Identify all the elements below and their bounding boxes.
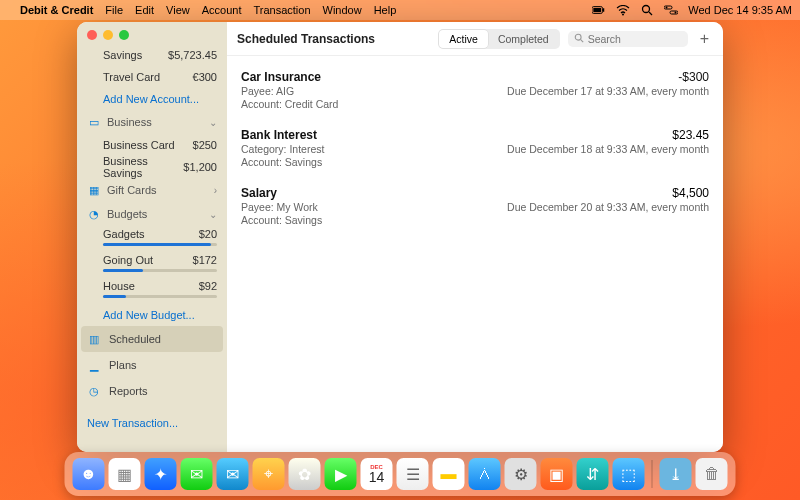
tx-meta-left: Payee: AIG: [241, 85, 294, 97]
budget-fill: [103, 243, 211, 246]
account-label: Business Savings: [103, 155, 183, 179]
budget-bar: [103, 269, 217, 272]
svg-rect-2: [603, 8, 604, 12]
section-budgets[interactable]: ◔ Budgets ⌄: [77, 202, 227, 226]
tx-name: Car Insurance: [241, 70, 321, 84]
budget-icon: ◔: [87, 208, 101, 221]
nav-plans[interactable]: ▁ Plans: [77, 352, 227, 378]
section-label: Gift Cards: [107, 184, 157, 196]
search-icon: [574, 33, 584, 45]
dock-messages-icon[interactable]: ✉: [181, 458, 213, 490]
account-row[interactable]: Savings $5,723.45: [77, 44, 227, 66]
dock-finder-icon[interactable]: ☻: [73, 458, 105, 490]
tx-name: Salary: [241, 186, 277, 200]
dock-settings-icon[interactable]: ⚙: [505, 458, 537, 490]
chevron-down-icon: ⌄: [209, 117, 217, 128]
transaction-row[interactable]: Bank Interest $23.45 Category: Interest …: [241, 120, 709, 178]
dock-photos-icon[interactable]: ✿: [289, 458, 321, 490]
cal-day: 14: [369, 470, 385, 484]
dock-safari-icon[interactable]: ✦: [145, 458, 177, 490]
menubar-clock[interactable]: Wed Dec 14 9:35 AM: [688, 4, 792, 16]
minimize-window-button[interactable]: [103, 30, 113, 40]
wifi-icon[interactable]: [616, 3, 630, 17]
chevron-right-icon: ›: [214, 185, 217, 196]
transaction-row[interactable]: Salary $4,500 Payee: My Work Due Decembe…: [241, 178, 709, 236]
budget-label: Gadgets: [103, 228, 145, 240]
dock-facetime-icon[interactable]: ▶: [325, 458, 357, 490]
tx-amount: $23.45: [672, 128, 709, 142]
section-business[interactable]: ▭ Business ⌄: [77, 110, 227, 134]
svg-line-5: [649, 12, 652, 15]
nav-reports[interactable]: ◷ Reports: [77, 378, 227, 404]
budget-row[interactable]: Going Out$172: [77, 252, 227, 278]
menu-help[interactable]: Help: [374, 4, 397, 16]
main-panel: Scheduled Transactions Active Completed …: [227, 22, 723, 452]
dock-app1-icon[interactable]: ▣: [541, 458, 573, 490]
tx-meta-right: Due December 20 at 9:33 AM, every month: [507, 201, 709, 213]
tx-meta-left: Payee: My Work: [241, 201, 318, 213]
section-giftcards[interactable]: ▦ Gift Cards ›: [77, 178, 227, 202]
dock-appstore-icon[interactable]: ⩑: [469, 458, 501, 490]
nav-label: Reports: [109, 385, 148, 397]
tx-amount: $4,500: [672, 186, 709, 200]
budget-row[interactable]: House$92: [77, 278, 227, 304]
transaction-row[interactable]: Car Insurance -$300 Payee: AIG Due Decem…: [241, 62, 709, 120]
dock-downloads-icon[interactable]: ⤓: [660, 458, 692, 490]
menu-account[interactable]: Account: [202, 4, 242, 16]
zoom-window-button[interactable]: [119, 30, 129, 40]
search-field[interactable]: [568, 31, 688, 47]
budget-row[interactable]: Gadgets$20: [77, 226, 227, 252]
new-transaction-link[interactable]: New Transaction...: [77, 412, 227, 434]
tx-meta-right: Due December 17 at 9:33 AM, every month: [507, 85, 709, 97]
svg-point-4: [643, 6, 650, 13]
dock-app2-icon[interactable]: ⇵: [577, 458, 609, 490]
app-window: Savings $5,723.45 Travel Card €300 Add N…: [77, 22, 723, 452]
section-label: Business: [107, 116, 152, 128]
svg-rect-1: [594, 8, 602, 12]
account-amount: $5,723.45: [168, 49, 217, 61]
nav-label: Scheduled: [109, 333, 161, 345]
search-input[interactable]: [588, 33, 668, 45]
svg-rect-8: [670, 11, 678, 14]
svg-line-11: [580, 39, 583, 42]
dock-trash-icon[interactable]: 🗑: [696, 458, 728, 490]
menu-edit[interactable]: Edit: [135, 4, 154, 16]
dock-mail-icon[interactable]: ✉: [217, 458, 249, 490]
clock-icon: ◷: [87, 385, 101, 398]
add-account-link[interactable]: Add New Account...: [77, 88, 227, 110]
dock-app3-icon[interactable]: ⬚: [613, 458, 645, 490]
dock-separator: [652, 460, 653, 488]
add-budget-link[interactable]: Add New Budget...: [77, 304, 227, 326]
account-row[interactable]: Business Savings $1,200: [77, 156, 227, 178]
tab-active[interactable]: Active: [439, 30, 488, 48]
account-row[interactable]: Travel Card €300: [77, 66, 227, 88]
menu-transaction[interactable]: Transaction: [253, 4, 310, 16]
dock-calendar-icon[interactable]: DEC 14: [361, 458, 393, 490]
transactions-list: Car Insurance -$300 Payee: AIG Due Decem…: [227, 56, 723, 452]
dock-maps-icon[interactable]: ⌖: [253, 458, 285, 490]
battery-icon[interactable]: [592, 3, 606, 17]
page-title: Scheduled Transactions: [237, 32, 375, 46]
search-menubar-icon[interactable]: [640, 3, 654, 17]
nav-scheduled[interactable]: ▥ Scheduled: [81, 326, 223, 352]
dock-notes-icon[interactable]: ▬: [433, 458, 465, 490]
account-amount: $1,200: [183, 161, 217, 173]
sidebar: Savings $5,723.45 Travel Card €300 Add N…: [77, 22, 227, 452]
budget-amount: $172: [193, 254, 217, 266]
menu-window[interactable]: Window: [323, 4, 362, 16]
menu-view[interactable]: View: [166, 4, 190, 16]
close-window-button[interactable]: [87, 30, 97, 40]
account-row[interactable]: Business Card $250: [77, 134, 227, 156]
menu-file[interactable]: File: [105, 4, 123, 16]
add-transaction-button[interactable]: +: [696, 30, 713, 48]
tx-meta2: Account: Savings: [241, 156, 709, 168]
control-center-icon[interactable]: [664, 3, 678, 17]
menubar: Debit & Credit File Edit View Account Tr…: [0, 0, 800, 20]
dock-launchpad-icon[interactable]: ▦: [109, 458, 141, 490]
app-menu[interactable]: Debit & Credit: [20, 4, 93, 16]
tx-amount: -$300: [678, 70, 709, 84]
tab-completed[interactable]: Completed: [488, 30, 559, 48]
tx-meta-left: Category: Interest: [241, 143, 324, 155]
budget-fill: [103, 269, 143, 272]
dock-reminders-icon[interactable]: ☰: [397, 458, 429, 490]
